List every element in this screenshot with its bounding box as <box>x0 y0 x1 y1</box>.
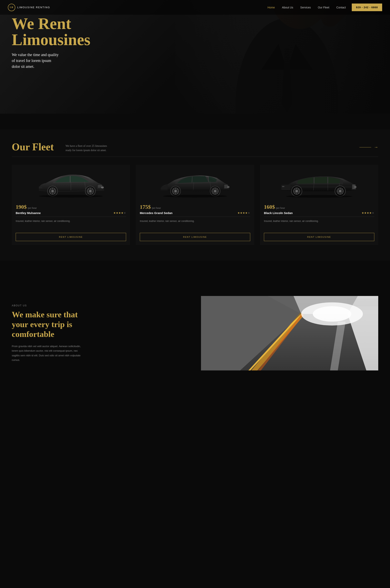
fleet-section: Our Fleet We have a fleet of over 25 lim… <box>0 129 390 261</box>
about-tag: About us <box>12 304 86 307</box>
nav-item-about[interactable]: About Us <box>282 6 293 9</box>
car-card-1: 190$/per hour Bentley Mulsanne ★★★★★ Ins… <box>12 165 130 245</box>
svg-rect-61 <box>282 186 285 187</box>
hero-content: We Rent Limousines We value the time and… <box>12 16 90 69</box>
nav-item-services[interactable]: Services <box>300 6 311 9</box>
svg-point-9 <box>101 186 104 188</box>
about-body: Proin gravida nibh vel velit auctor aliq… <box>12 344 86 362</box>
rent-button-3[interactable]: RENT LIMOUSINE <box>264 233 374 241</box>
fleet-arrow[interactable]: → <box>359 145 378 150</box>
svg-line-28 <box>192 177 192 182</box>
svg-rect-60 <box>281 185 291 190</box>
phone-button[interactable]: 929 - 242 - 6868 <box>352 3 382 11</box>
car-desc-2: Insured, leather interior, rain sensor, … <box>140 219 250 229</box>
svg-point-79 <box>286 195 352 198</box>
fleet-title: Our Fleet <box>12 141 54 153</box>
fleet-divider <box>12 157 378 157</box>
hero-subtitle: We value the time and quality of travel … <box>12 52 59 69</box>
car-divider-2 <box>140 217 250 217</box>
svg-rect-10 <box>39 186 42 188</box>
tunnel-svg <box>201 296 378 370</box>
svg-rect-31 <box>224 186 228 186</box>
car-image-3 <box>264 169 374 200</box>
logo-text: LIMOUSINE RENTING <box>17 6 50 9</box>
dark-band-2 <box>0 261 390 280</box>
fleet-cards: 190$/per hour Bentley Mulsanne ★★★★★ Ins… <box>12 165 378 245</box>
about-section: About us We make sure that your every tr… <box>0 280 390 386</box>
logo-icon: LR <box>8 4 15 11</box>
svg-point-59 <box>354 186 357 188</box>
about-image <box>201 296 378 370</box>
car-divider-1 <box>16 217 126 217</box>
nav-links: Home About Us Services Our Fleet Contact <box>267 6 346 9</box>
svg-point-91 <box>313 306 351 322</box>
about-title: We make sure that your every trip is com… <box>12 310 86 339</box>
navbar: LR LIMOUSINE RENTING Home About Us Servi… <box>0 0 390 15</box>
nav-item-fleet[interactable]: Our Fleet <box>318 6 329 9</box>
svg-rect-7 <box>98 186 102 186</box>
rent-button-1[interactable]: RENT LIMOUSINE <box>16 233 126 241</box>
svg-point-34 <box>227 186 230 188</box>
car-price-3: 160$/per hour <box>264 204 374 210</box>
car-name-row-1: Bentley Mulsanne ★★★★★ <box>16 211 126 215</box>
nav-item-contact[interactable]: Contact <box>336 6 346 9</box>
car-name-3: Black Lincoln Sedan <box>264 211 293 215</box>
car-image-1 <box>16 169 126 200</box>
car-name-1: Bentley Mulsanne <box>16 211 41 215</box>
nav-item-home[interactable]: Home <box>267 6 275 9</box>
bentley-svg <box>16 171 126 198</box>
dark-band <box>0 114 390 129</box>
hero-section: We Rent Limousines We value the time and… <box>0 0 390 114</box>
svg-rect-6 <box>98 185 102 186</box>
car-divider-3 <box>264 217 374 217</box>
lincoln-svg <box>264 171 374 198</box>
svg-point-27 <box>39 195 103 198</box>
mercedes-svg <box>140 171 250 198</box>
car-stars-1: ★★★★★ <box>113 211 126 215</box>
svg-rect-54 <box>352 185 355 185</box>
car-price-2: 175$/per hour <box>140 204 250 210</box>
hero-title: We Rent Limousines <box>12 16 90 48</box>
rent-button-2[interactable]: RENT LIMOUSINE <box>140 233 250 241</box>
car-card-3: 160$/per hour Black Lincoln Sedan ★★★★★ … <box>260 165 378 245</box>
car-desc-3: Insured, leather interior, rain sensor, … <box>264 219 374 229</box>
svg-rect-33 <box>224 188 228 188</box>
car-price-1: 190$/per hour <box>16 204 126 210</box>
car-name-row-3: Black Lincoln Sedan ★★★★★ <box>264 211 374 215</box>
car-stars-2: ★★★★★ <box>238 211 250 215</box>
car-name-row-2: Mercedes Grand Sedan ★★★★★ <box>140 211 250 215</box>
svg-rect-30 <box>224 185 228 185</box>
car-card-2: 175$/per hour Mercedes Grand Sedan ★★★★★… <box>136 165 254 245</box>
car-name-2: Mercedes Grand Sedan <box>140 211 173 215</box>
car-desc-1: Insured, leather interior, rain sensor, … <box>16 219 126 229</box>
car-image-2 <box>140 169 250 200</box>
svg-rect-58 <box>352 188 355 189</box>
car-stars-3: ★★★★★ <box>362 211 374 215</box>
svg-point-51 <box>163 195 227 198</box>
logo: LR LIMOUSINE RENTING <box>8 4 50 11</box>
about-content: About us We make sure that your every tr… <box>12 304 86 362</box>
fleet-description: We have a fleet of over 25 limousines re… <box>65 144 109 153</box>
fleet-header: Our Fleet We have a fleet of over 25 lim… <box>12 141 378 153</box>
